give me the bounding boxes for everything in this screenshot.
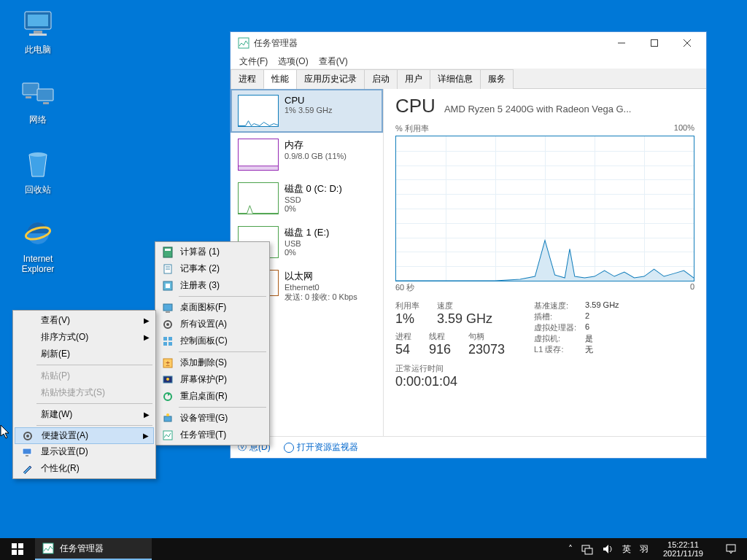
menu-item-label: 记事本 (2): [180, 262, 220, 275]
ime-indicator[interactable]: 英: [622, 543, 631, 556]
network-icon: [20, 76, 55, 111]
desktop-icon-network[interactable]: 网络: [10, 76, 66, 126]
menu-file[interactable]: 文件(F): [235, 55, 272, 69]
menu-item-label: 粘贴快捷方式(S): [41, 386, 105, 399]
menu-item-label: 个性化(R): [41, 462, 80, 475]
side-cpu[interactable]: CPU1% 3.59 GHz: [231, 89, 383, 133]
tray-chevron-up-icon[interactable]: ˄: [568, 544, 573, 554]
chart-ylabel: % 利用率: [395, 123, 429, 134]
side-disk0[interactable]: 磁盘 0 (C: D:)SSD0%: [231, 176, 383, 220]
cpu-chart[interactable]: [395, 136, 694, 281]
volume-tray-icon[interactable]: [602, 543, 614, 555]
close-button[interactable]: [670, 33, 703, 53]
app-icon: [238, 37, 249, 49]
tab-users[interactable]: 用户: [397, 69, 430, 89]
menu-item[interactable]: 任务管理(T): [157, 427, 268, 443]
menu-options[interactable]: 选项(O): [274, 55, 312, 69]
ime-mode-indicator[interactable]: 羽: [640, 543, 649, 556]
svg-rect-53: [727, 545, 735, 551]
menu-item[interactable]: 计算器 (1): [157, 244, 268, 260]
titlebar[interactable]: 任务管理器: [231, 32, 706, 54]
ie-icon: [20, 216, 55, 251]
cpu-model: AMD Ryzen 5 2400G with Radeon Vega G...: [444, 104, 694, 114]
start-button[interactable]: [0, 538, 35, 560]
desktop-context-menu: 查看(V)▶排序方式(O)▶刷新(E)粘贴(P)粘贴快捷方式(S)新建(W)▶便…: [12, 310, 156, 479]
menu-item[interactable]: 所有设置(A): [157, 316, 268, 332]
menu-item[interactable]: 桌面图标(F): [157, 299, 268, 316]
desktop-icon-label: Internet Explorer: [10, 254, 66, 274]
menu-item[interactable]: ±添加删除(S): [157, 354, 268, 371]
action-center-button[interactable]: [718, 543, 744, 555]
menu-item[interactable]: 记事本 (2): [157, 260, 268, 277]
stat-processes: 54: [395, 342, 411, 357]
menu-item-label: 注册表 (3): [180, 279, 220, 292]
tab-details[interactable]: 详细信息: [430, 69, 481, 89]
menu-item-label: 粘贴(P): [41, 370, 70, 382]
device-icon: [161, 412, 174, 425]
svg-rect-7: [43, 102, 49, 104]
tab-performance[interactable]: 性能: [263, 69, 297, 89]
tab-processes[interactable]: 进程: [231, 69, 264, 89]
menu-item[interactable]: 排序方式(O)▶: [15, 329, 154, 346]
side-memory[interactable]: 内存0.9/8.0 GB (11%): [231, 133, 383, 176]
svg-rect-39: [164, 416, 171, 421]
menu-item[interactable]: 设备管理(G): [157, 410, 268, 427]
menu-item[interactable]: 个性化(R): [15, 460, 154, 477]
menu-item[interactable]: 屏幕保护(P): [157, 371, 268, 388]
menu-view[interactable]: 查看(V): [314, 55, 352, 69]
tab-services[interactable]: 服务: [480, 69, 514, 89]
regedit-icon: [161, 279, 174, 292]
tab-startup[interactable]: 启动: [364, 69, 398, 89]
blank-icon: [19, 331, 35, 344]
menu-item[interactable]: 新建(W)▶: [15, 406, 154, 423]
svg-rect-27: [166, 311, 170, 313]
svg-point-8: [29, 152, 47, 157]
maximize-button[interactable]: [638, 33, 670, 53]
tabbar: 进程 性能 应用历史记录 启动 用户 详细信息 服务: [231, 69, 706, 89]
svg-marker-18: [396, 241, 694, 281]
open-resmon-link[interactable]: 打开资源监视器: [284, 441, 358, 454]
tab-app-history[interactable]: 应用历史记录: [296, 69, 365, 89]
menu-item[interactable]: 查看(V)▶: [15, 312, 154, 329]
menu-item[interactable]: 重启桌面(R): [157, 388, 268, 405]
calc-icon: [161, 246, 174, 259]
menu-item-label: 便捷设置(A): [42, 429, 88, 442]
stat-speed: 3.59 GHz: [437, 311, 492, 327]
menu-item-label: 屏幕保护(P): [180, 373, 227, 386]
network-tray-icon[interactable]: [581, 543, 593, 555]
desktop-icon-label: 网络: [10, 114, 66, 126]
chevron-right-icon: ▶: [144, 333, 150, 341]
svg-rect-5: [37, 89, 53, 101]
menu-item[interactable]: 便捷设置(A)▶: [15, 427, 154, 444]
desktop-icon-this-pc[interactable]: 此电脑: [10, 6, 66, 56]
chevron-right-icon: ▶: [143, 432, 149, 440]
menu-item[interactable]: 刷新(E): [15, 346, 154, 362]
desktop-icon-recycle-bin[interactable]: 回收站: [10, 146, 66, 196]
menu-item-label: 设备管理(G): [180, 412, 228, 424]
display-icon: [19, 446, 35, 459]
menu-item: 粘贴快捷方式(S): [15, 384, 154, 401]
svg-rect-26: [163, 304, 172, 311]
taskbar-item-taskmanager[interactable]: 任务管理器: [35, 538, 152, 560]
svg-rect-32: [163, 342, 167, 346]
menu-item-label: 查看(V): [41, 314, 70, 327]
desktop-icon-ie[interactable]: Internet Explorer: [10, 216, 66, 274]
taskbar: 任务管理器 ˄ 英 羽 15:22:11 2021/11/19: [0, 538, 747, 560]
addremove-icon: ±: [161, 357, 174, 370]
screensaver-icon: [161, 373, 174, 386]
cpu-info-table: 基准速度:3.59 GHz 插槽:2 虚拟处理器:6 虚拟机:是 L1 缓存:无: [534, 300, 619, 389]
menu-item[interactable]: 显示设置(D): [15, 443, 154, 460]
this-pc-icon: [20, 6, 55, 41]
svg-rect-25: [166, 284, 170, 288]
svg-rect-48: [12, 550, 17, 555]
menu-item[interactable]: 控制面板(C): [157, 332, 268, 349]
recycle-bin-icon: [20, 146, 55, 181]
restart-icon: [161, 390, 174, 403]
statusbar: ⓥ息(D) 打开资源监视器: [231, 436, 706, 458]
menu-item-label: 新建(W): [41, 408, 72, 421]
cursor-icon: [0, 424, 12, 440]
minimize-button[interactable]: [605, 33, 638, 53]
clock[interactable]: 15:22:11 2021/11/19: [657, 540, 709, 558]
menu-item[interactable]: 注册表 (3): [157, 277, 268, 294]
notepad-icon: [161, 262, 174, 276]
